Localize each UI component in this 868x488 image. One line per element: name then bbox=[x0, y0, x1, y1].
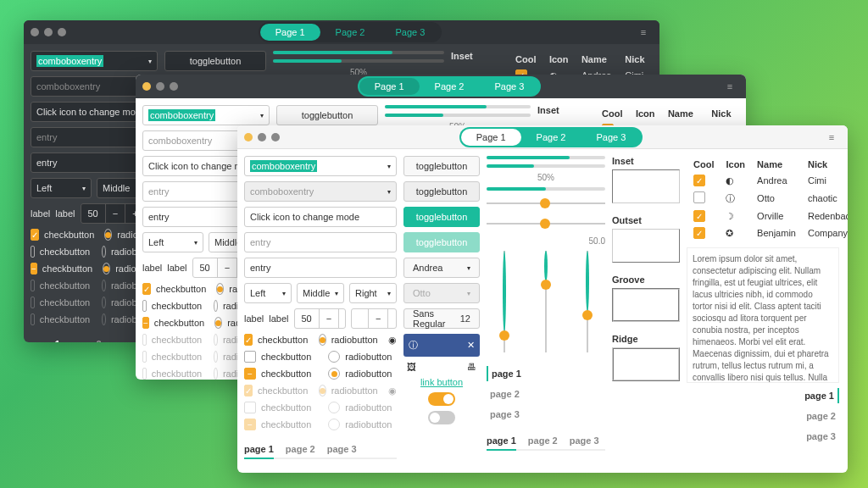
tab-page2[interactable]: Page 2 bbox=[420, 78, 480, 95]
menu-button[interactable]: ≡ bbox=[721, 77, 739, 96]
togglebutton[interactable]: togglebutton bbox=[403, 156, 480, 176]
row-checkbox[interactable]: ✓ bbox=[693, 175, 705, 186]
row-checkbox[interactable]: ✓ bbox=[693, 227, 705, 239]
bottom-tab-3[interactable]: page 3 bbox=[327, 441, 357, 458]
vtab-2[interactable]: page 2 bbox=[803, 408, 839, 424]
tab-page3[interactable]: Page 3 bbox=[581, 129, 641, 146]
bottom-tab-2[interactable]: page 2 bbox=[286, 441, 315, 458]
tab-page1[interactable]: Page 1 bbox=[260, 24, 320, 41]
th-icon[interactable]: Icon bbox=[721, 158, 750, 171]
mode-entry[interactable]: Click icon to change mode bbox=[244, 207, 397, 227]
th-cool[interactable]: Cool bbox=[510, 53, 542, 66]
tab-page3[interactable]: Page 3 bbox=[479, 78, 539, 95]
radio[interactable] bbox=[328, 351, 340, 363]
combobox-entry[interactable]: comboboxentry▾ bbox=[31, 51, 158, 71]
menu-button[interactable]: ≡ bbox=[822, 128, 841, 147]
radio[interactable] bbox=[214, 300, 218, 312]
th-icon[interactable]: Icon bbox=[544, 53, 575, 66]
plus-button[interactable]: + bbox=[339, 309, 346, 328]
radio[interactable] bbox=[328, 368, 340, 380]
maximize-icon[interactable] bbox=[170, 82, 178, 91]
combo-andrea[interactable]: Andrea▾ bbox=[403, 258, 480, 278]
row-checkbox[interactable] bbox=[693, 191, 705, 203]
checkbox[interactable]: ✓ bbox=[142, 283, 151, 295]
scale-horizontal[interactable] bbox=[487, 223, 605, 225]
menu-button[interactable]: ≡ bbox=[634, 23, 653, 42]
spin-button-2[interactable]: −+ bbox=[351, 308, 397, 329]
combo-left[interactable]: Left▾ bbox=[244, 283, 292, 303]
bottom-tab-2[interactable]: page 2 bbox=[72, 336, 102, 342]
table-row[interactable]: ✓☽OrvilleRedenbacher bbox=[688, 208, 848, 224]
togglebutton-suggested[interactable]: togglebutton bbox=[403, 207, 480, 227]
vtab-1[interactable]: page 1 bbox=[801, 388, 839, 403]
checkbox[interactable]: − bbox=[31, 263, 37, 274]
maximize-icon[interactable] bbox=[271, 133, 280, 141]
switch-off[interactable] bbox=[428, 411, 455, 424]
th-name[interactable]: Name bbox=[576, 53, 618, 66]
scale-horizontal[interactable] bbox=[487, 202, 605, 204]
close-icon[interactable] bbox=[244, 133, 253, 141]
radio[interactable] bbox=[104, 229, 112, 241]
radio[interactable] bbox=[319, 334, 326, 346]
checkbox[interactable] bbox=[31, 246, 35, 258]
combo-left[interactable]: Left▾ bbox=[142, 232, 203, 252]
table-row[interactable]: ⓘOttochaotic bbox=[688, 190, 848, 207]
switch-on[interactable] bbox=[428, 392, 455, 406]
minus-button[interactable]: − bbox=[369, 309, 388, 328]
row-checkbox[interactable]: ✓ bbox=[693, 210, 705, 222]
th-name[interactable]: Name bbox=[663, 107, 704, 120]
plus-button[interactable]: + bbox=[388, 309, 397, 328]
th-cool[interactable]: Cool bbox=[688, 158, 719, 171]
th-nick[interactable]: Nick bbox=[803, 158, 848, 171]
combobox-entry[interactable]: comboboxentry▾ bbox=[244, 156, 397, 176]
combo-left[interactable]: Left▾ bbox=[31, 178, 92, 198]
table-row[interactable]: ✓◐AndreaCimi bbox=[688, 173, 848, 188]
minimize-icon[interactable] bbox=[258, 133, 266, 141]
scale-vertical[interactable] bbox=[545, 251, 547, 352]
vtab-1[interactable]: page 1 bbox=[487, 366, 525, 381]
font-button[interactable]: Sans Regular 12 bbox=[403, 308, 480, 329]
close-icon[interactable]: ✕ bbox=[467, 340, 475, 351]
close-icon[interactable] bbox=[31, 28, 39, 36]
th-nick[interactable]: Nick bbox=[706, 107, 737, 120]
entry-placeholder[interactable]: entry bbox=[244, 232, 397, 252]
vtab-3[interactable]: page 3 bbox=[803, 429, 839, 444]
bottom-tab-1[interactable]: page 1 bbox=[487, 432, 516, 451]
tab-page2[interactable]: Page 2 bbox=[521, 129, 581, 146]
togglebutton[interactable]: togglebutton bbox=[276, 105, 378, 125]
maximize-icon[interactable] bbox=[58, 28, 66, 36]
bottom-tab-1[interactable]: page 1 bbox=[244, 441, 274, 459]
close-icon[interactable] bbox=[142, 82, 151, 91]
entry-field[interactable]: entry bbox=[244, 258, 397, 278]
checkbox[interactable]: − bbox=[244, 368, 256, 380]
scale-vertical[interactable] bbox=[504, 251, 505, 352]
vtab-3[interactable]: page 3 bbox=[487, 407, 525, 422]
tab-page3[interactable]: Page 3 bbox=[380, 24, 440, 41]
checkbox[interactable] bbox=[142, 300, 147, 312]
checkbox[interactable]: ✓ bbox=[244, 334, 253, 346]
th-icon[interactable]: Icon bbox=[631, 107, 661, 120]
togglebutton-pressed[interactable]: togglebutton bbox=[403, 181, 480, 202]
th-nick[interactable]: Nick bbox=[620, 53, 651, 66]
bottom-tab-3[interactable]: page 3 bbox=[570, 432, 599, 449]
minimize-icon[interactable] bbox=[44, 28, 53, 36]
minus-button[interactable]: − bbox=[106, 204, 125, 223]
radio[interactable] bbox=[102, 246, 106, 258]
bottom-tab-2[interactable]: page 2 bbox=[528, 432, 558, 449]
minus-button[interactable]: − bbox=[218, 258, 237, 277]
combo-middle[interactable]: Middle▾ bbox=[297, 283, 344, 303]
radio[interactable] bbox=[214, 317, 222, 329]
tab-page2[interactable]: Page 2 bbox=[320, 24, 381, 41]
th-cool[interactable]: Cool bbox=[597, 107, 629, 120]
checkbox[interactable] bbox=[244, 351, 256, 363]
tab-page1[interactable]: Page 1 bbox=[461, 129, 521, 146]
minus-button[interactable]: − bbox=[320, 309, 339, 328]
th-name[interactable]: Name bbox=[752, 158, 801, 171]
checkbox[interactable]: − bbox=[142, 317, 149, 329]
radio[interactable] bbox=[216, 283, 224, 295]
table-row[interactable]: ✓✪BenjaminCompany bbox=[688, 225, 848, 241]
vtab-2[interactable]: page 2 bbox=[487, 386, 525, 402]
spin-button[interactable]: 50−+ bbox=[294, 308, 346, 329]
bottom-tab-1[interactable]: page 1 bbox=[31, 336, 60, 342]
minimize-icon[interactable] bbox=[156, 82, 164, 91]
